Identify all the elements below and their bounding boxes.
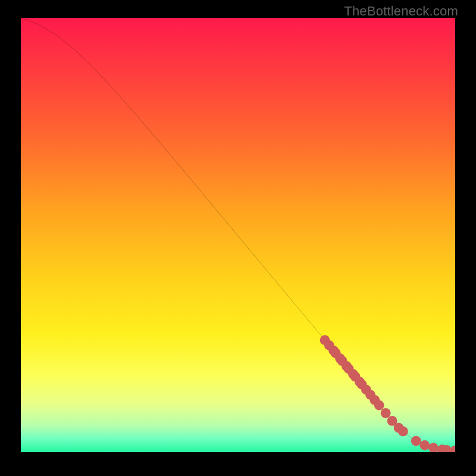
data-point [374,400,384,411]
chart-frame: TheBottleneck.com [0,0,476,476]
main-curve [21,18,455,450]
plot-area [21,18,455,452]
data-point [450,446,455,452]
curve-layer [21,18,455,452]
data-point [428,443,439,452]
data-point [420,440,430,450]
data-point [381,408,391,418]
data-point [398,427,408,437]
watermark-label: TheBottleneck.com [344,4,458,19]
data-points [320,335,455,452]
data-point [411,436,421,446]
